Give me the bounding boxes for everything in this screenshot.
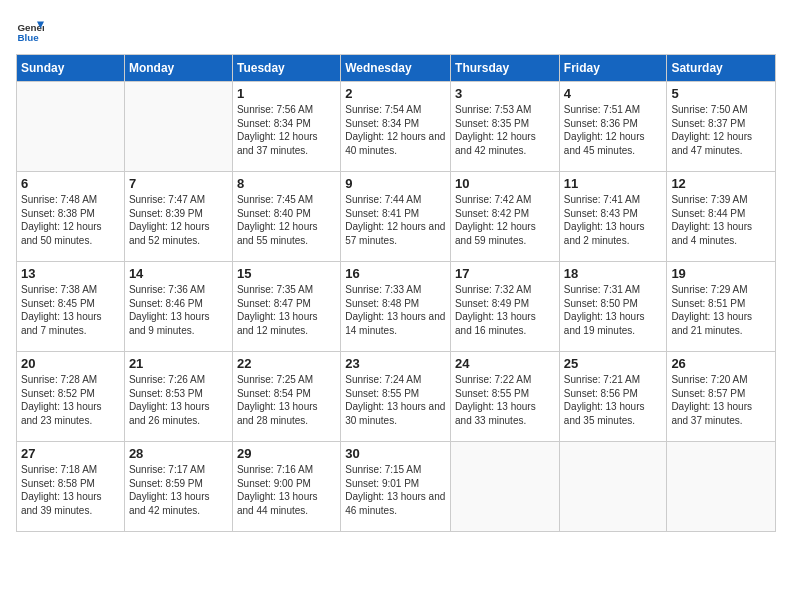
day-number: 11 bbox=[564, 176, 663, 191]
calendar-cell: 17Sunrise: 7:32 AM Sunset: 8:49 PM Dayli… bbox=[451, 262, 560, 352]
day-number: 17 bbox=[455, 266, 555, 281]
day-info: Sunrise: 7:48 AM Sunset: 8:38 PM Dayligh… bbox=[21, 193, 120, 247]
day-info: Sunrise: 7:35 AM Sunset: 8:47 PM Dayligh… bbox=[237, 283, 336, 337]
calendar-cell: 3Sunrise: 7:53 AM Sunset: 8:35 PM Daylig… bbox=[451, 82, 560, 172]
calendar-cell: 8Sunrise: 7:45 AM Sunset: 8:40 PM Daylig… bbox=[232, 172, 340, 262]
day-number: 14 bbox=[129, 266, 228, 281]
weekday-header-friday: Friday bbox=[559, 55, 667, 82]
logo: General Blue bbox=[16, 16, 48, 44]
header: General Blue bbox=[16, 16, 776, 44]
day-number: 26 bbox=[671, 356, 771, 371]
day-number: 3 bbox=[455, 86, 555, 101]
weekday-header-monday: Monday bbox=[124, 55, 232, 82]
calendar-cell: 19Sunrise: 7:29 AM Sunset: 8:51 PM Dayli… bbox=[667, 262, 776, 352]
day-number: 1 bbox=[237, 86, 336, 101]
calendar-cell: 6Sunrise: 7:48 AM Sunset: 8:38 PM Daylig… bbox=[17, 172, 125, 262]
weekday-header-row: SundayMondayTuesdayWednesdayThursdayFrid… bbox=[17, 55, 776, 82]
day-number: 15 bbox=[237, 266, 336, 281]
day-info: Sunrise: 7:33 AM Sunset: 8:48 PM Dayligh… bbox=[345, 283, 446, 337]
day-info: Sunrise: 7:15 AM Sunset: 9:01 PM Dayligh… bbox=[345, 463, 446, 517]
calendar-table: SundayMondayTuesdayWednesdayThursdayFrid… bbox=[16, 54, 776, 532]
day-info: Sunrise: 7:51 AM Sunset: 8:36 PM Dayligh… bbox=[564, 103, 663, 157]
calendar-cell: 13Sunrise: 7:38 AM Sunset: 8:45 PM Dayli… bbox=[17, 262, 125, 352]
day-info: Sunrise: 7:41 AM Sunset: 8:43 PM Dayligh… bbox=[564, 193, 663, 247]
calendar-cell: 5Sunrise: 7:50 AM Sunset: 8:37 PM Daylig… bbox=[667, 82, 776, 172]
day-info: Sunrise: 7:47 AM Sunset: 8:39 PM Dayligh… bbox=[129, 193, 228, 247]
weekday-header-thursday: Thursday bbox=[451, 55, 560, 82]
day-info: Sunrise: 7:22 AM Sunset: 8:55 PM Dayligh… bbox=[455, 373, 555, 427]
day-number: 7 bbox=[129, 176, 228, 191]
day-number: 5 bbox=[671, 86, 771, 101]
week-row-3: 13Sunrise: 7:38 AM Sunset: 8:45 PM Dayli… bbox=[17, 262, 776, 352]
calendar-cell: 1Sunrise: 7:56 AM Sunset: 8:34 PM Daylig… bbox=[232, 82, 340, 172]
day-number: 23 bbox=[345, 356, 446, 371]
calendar-cell: 27Sunrise: 7:18 AM Sunset: 8:58 PM Dayli… bbox=[17, 442, 125, 532]
calendar-cell: 22Sunrise: 7:25 AM Sunset: 8:54 PM Dayli… bbox=[232, 352, 340, 442]
day-info: Sunrise: 7:44 AM Sunset: 8:41 PM Dayligh… bbox=[345, 193, 446, 247]
calendar-cell: 20Sunrise: 7:28 AM Sunset: 8:52 PM Dayli… bbox=[17, 352, 125, 442]
day-info: Sunrise: 7:20 AM Sunset: 8:57 PM Dayligh… bbox=[671, 373, 771, 427]
calendar-cell: 2Sunrise: 7:54 AM Sunset: 8:34 PM Daylig… bbox=[341, 82, 451, 172]
day-info: Sunrise: 7:32 AM Sunset: 8:49 PM Dayligh… bbox=[455, 283, 555, 337]
calendar-cell: 24Sunrise: 7:22 AM Sunset: 8:55 PM Dayli… bbox=[451, 352, 560, 442]
day-info: Sunrise: 7:25 AM Sunset: 8:54 PM Dayligh… bbox=[237, 373, 336, 427]
calendar-cell: 7Sunrise: 7:47 AM Sunset: 8:39 PM Daylig… bbox=[124, 172, 232, 262]
day-number: 18 bbox=[564, 266, 663, 281]
day-number: 21 bbox=[129, 356, 228, 371]
calendar-cell: 29Sunrise: 7:16 AM Sunset: 9:00 PM Dayli… bbox=[232, 442, 340, 532]
week-row-2: 6Sunrise: 7:48 AM Sunset: 8:38 PM Daylig… bbox=[17, 172, 776, 262]
calendar-cell: 18Sunrise: 7:31 AM Sunset: 8:50 PM Dayli… bbox=[559, 262, 667, 352]
day-info: Sunrise: 7:29 AM Sunset: 8:51 PM Dayligh… bbox=[671, 283, 771, 337]
day-number: 9 bbox=[345, 176, 446, 191]
day-number: 16 bbox=[345, 266, 446, 281]
day-number: 6 bbox=[21, 176, 120, 191]
day-info: Sunrise: 7:21 AM Sunset: 8:56 PM Dayligh… bbox=[564, 373, 663, 427]
day-number: 27 bbox=[21, 446, 120, 461]
day-info: Sunrise: 7:28 AM Sunset: 8:52 PM Dayligh… bbox=[21, 373, 120, 427]
calendar-cell: 21Sunrise: 7:26 AM Sunset: 8:53 PM Dayli… bbox=[124, 352, 232, 442]
day-number: 24 bbox=[455, 356, 555, 371]
svg-text:Blue: Blue bbox=[17, 32, 39, 43]
day-number: 10 bbox=[455, 176, 555, 191]
day-number: 2 bbox=[345, 86, 446, 101]
calendar-cell: 16Sunrise: 7:33 AM Sunset: 8:48 PM Dayli… bbox=[341, 262, 451, 352]
day-info: Sunrise: 7:54 AM Sunset: 8:34 PM Dayligh… bbox=[345, 103, 446, 157]
calendar-cell: 10Sunrise: 7:42 AM Sunset: 8:42 PM Dayli… bbox=[451, 172, 560, 262]
calendar-cell bbox=[667, 442, 776, 532]
day-number: 13 bbox=[21, 266, 120, 281]
day-number: 25 bbox=[564, 356, 663, 371]
calendar-cell bbox=[124, 82, 232, 172]
calendar-cell: 4Sunrise: 7:51 AM Sunset: 8:36 PM Daylig… bbox=[559, 82, 667, 172]
calendar-cell: 25Sunrise: 7:21 AM Sunset: 8:56 PM Dayli… bbox=[559, 352, 667, 442]
day-info: Sunrise: 7:45 AM Sunset: 8:40 PM Dayligh… bbox=[237, 193, 336, 247]
day-info: Sunrise: 7:31 AM Sunset: 8:50 PM Dayligh… bbox=[564, 283, 663, 337]
calendar-cell: 26Sunrise: 7:20 AM Sunset: 8:57 PM Dayli… bbox=[667, 352, 776, 442]
day-info: Sunrise: 7:53 AM Sunset: 8:35 PM Dayligh… bbox=[455, 103, 555, 157]
weekday-header-tuesday: Tuesday bbox=[232, 55, 340, 82]
calendar-cell bbox=[17, 82, 125, 172]
week-row-1: 1Sunrise: 7:56 AM Sunset: 8:34 PM Daylig… bbox=[17, 82, 776, 172]
day-number: 20 bbox=[21, 356, 120, 371]
calendar-cell bbox=[451, 442, 560, 532]
day-info: Sunrise: 7:17 AM Sunset: 8:59 PM Dayligh… bbox=[129, 463, 228, 517]
weekday-header-saturday: Saturday bbox=[667, 55, 776, 82]
calendar-cell: 14Sunrise: 7:36 AM Sunset: 8:46 PM Dayli… bbox=[124, 262, 232, 352]
day-info: Sunrise: 7:24 AM Sunset: 8:55 PM Dayligh… bbox=[345, 373, 446, 427]
calendar-cell: 9Sunrise: 7:44 AM Sunset: 8:41 PM Daylig… bbox=[341, 172, 451, 262]
weekday-header-sunday: Sunday bbox=[17, 55, 125, 82]
calendar-cell: 28Sunrise: 7:17 AM Sunset: 8:59 PM Dayli… bbox=[124, 442, 232, 532]
calendar-cell: 11Sunrise: 7:41 AM Sunset: 8:43 PM Dayli… bbox=[559, 172, 667, 262]
day-number: 22 bbox=[237, 356, 336, 371]
day-info: Sunrise: 7:36 AM Sunset: 8:46 PM Dayligh… bbox=[129, 283, 228, 337]
day-info: Sunrise: 7:18 AM Sunset: 8:58 PM Dayligh… bbox=[21, 463, 120, 517]
day-info: Sunrise: 7:42 AM Sunset: 8:42 PM Dayligh… bbox=[455, 193, 555, 247]
day-number: 8 bbox=[237, 176, 336, 191]
day-number: 29 bbox=[237, 446, 336, 461]
calendar-cell: 15Sunrise: 7:35 AM Sunset: 8:47 PM Dayli… bbox=[232, 262, 340, 352]
day-info: Sunrise: 7:56 AM Sunset: 8:34 PM Dayligh… bbox=[237, 103, 336, 157]
day-info: Sunrise: 7:50 AM Sunset: 8:37 PM Dayligh… bbox=[671, 103, 771, 157]
weekday-header-wednesday: Wednesday bbox=[341, 55, 451, 82]
day-info: Sunrise: 7:16 AM Sunset: 9:00 PM Dayligh… bbox=[237, 463, 336, 517]
calendar-cell bbox=[559, 442, 667, 532]
calendar-cell: 12Sunrise: 7:39 AM Sunset: 8:44 PM Dayli… bbox=[667, 172, 776, 262]
